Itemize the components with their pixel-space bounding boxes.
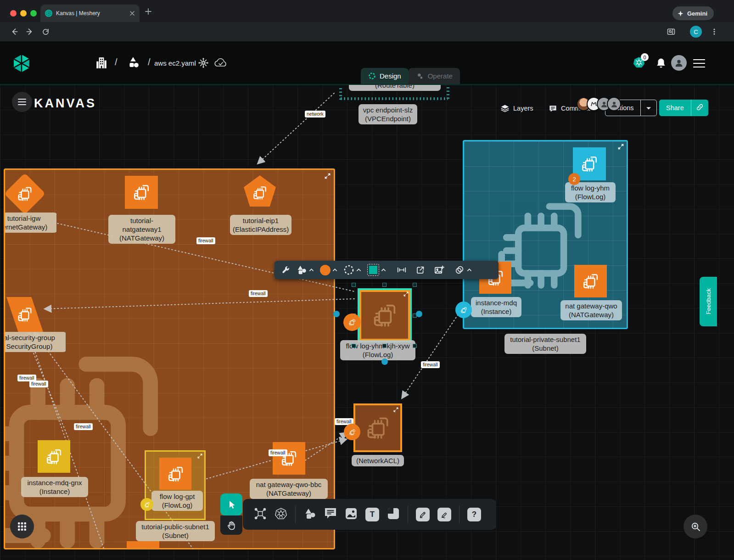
new-tab-button[interactable] xyxy=(145,8,151,15)
collaborator-avatars[interactable] xyxy=(581,97,621,111)
notifications-bell-icon[interactable] xyxy=(656,57,667,69)
add-image-icon[interactable] xyxy=(434,265,444,275)
connection-badge[interactable] xyxy=(140,498,153,511)
edge-connector-dot[interactable] xyxy=(333,311,340,317)
tab-title: Kanvas | Meshery xyxy=(56,10,126,17)
collaborator-avatar[interactable] xyxy=(607,97,621,111)
share-button[interactable]: Share xyxy=(659,100,708,116)
image-tool[interactable] xyxy=(345,507,358,522)
node-instance-mdq-gnx[interactable] xyxy=(38,440,70,473)
text-tool[interactable]: T xyxy=(365,508,379,521)
help-tool[interactable]: ? xyxy=(467,508,481,521)
pan-tool-button[interactable] xyxy=(220,515,242,535)
shape-color-swatch[interactable] xyxy=(367,264,386,276)
kanvas-logo[interactable] xyxy=(12,54,31,73)
open-in-new-icon[interactable] xyxy=(415,265,425,275)
chip-icon xyxy=(370,301,399,330)
back-button[interactable] xyxy=(6,27,22,36)
node-flow-log-yhm-kjh-xyw[interactable] xyxy=(359,290,410,341)
browser-tab[interactable]: Kanvas | Meshery xyxy=(40,5,140,22)
configure-tool-icon[interactable] xyxy=(281,265,290,274)
selection-handle[interactable] xyxy=(352,344,356,348)
resize-icon[interactable] xyxy=(197,454,202,459)
selection-handle[interactable] xyxy=(382,283,387,287)
selection-handle[interactable] xyxy=(413,283,417,287)
extensions-icon[interactable] xyxy=(197,57,209,69)
node-label: flow log-yhm-kjh-xyw(FlowLog) xyxy=(340,340,415,360)
apps-grid-button[interactable] xyxy=(10,515,34,538)
selection-handle[interactable] xyxy=(352,283,356,287)
node-flow-log-gpt[interactable] xyxy=(159,458,191,490)
selection-handle[interactable] xyxy=(382,344,387,348)
window-maximize-button[interactable] xyxy=(30,10,37,17)
shapes-tool[interactable] xyxy=(303,508,316,521)
node-tutorial-natgateway1[interactable] xyxy=(125,176,158,209)
tab-close-icon[interactable] xyxy=(129,11,135,16)
design-canvas[interactable]: (RouteTable) vpc endpoint-slz(VPCEndpoin… xyxy=(0,85,734,560)
border-style-tool[interactable] xyxy=(343,264,361,275)
organization-icon[interactable] xyxy=(95,56,107,69)
selection-handle[interactable] xyxy=(413,344,417,348)
resize-icon[interactable] xyxy=(618,144,624,150)
node-label: tutorial-public-subnet1(Subnet) xyxy=(136,521,215,541)
chevron-up-icon[interactable] xyxy=(356,268,361,272)
swatch-outline xyxy=(367,264,379,276)
copy-link-icon[interactable] xyxy=(691,103,708,112)
color-dot[interactable] xyxy=(320,265,331,275)
tab-design[interactable]: Design xyxy=(361,68,409,84)
layers-button[interactable]: Layers xyxy=(500,101,533,116)
fill-color-swatch[interactable] xyxy=(320,265,337,275)
annotation-tool[interactable] xyxy=(324,507,337,521)
mesh-component-tool[interactable] xyxy=(254,507,267,522)
design-file-name[interactable]: aws ec2.yaml xyxy=(154,59,196,67)
node-network-acl[interactable] xyxy=(353,403,402,452)
window-close-button[interactable] xyxy=(10,10,17,17)
chip-icon xyxy=(16,305,34,324)
kubernetes-tool[interactable] xyxy=(275,507,287,522)
user-avatar[interactable] xyxy=(671,55,687,71)
reload-button[interactable] xyxy=(38,28,53,36)
sticky-note-tool[interactable] xyxy=(387,507,400,522)
mode-toggle: Design Operate xyxy=(361,68,460,84)
gemini-button[interactable]: Gemini xyxy=(672,6,714,20)
actions-dropdown-icon[interactable] xyxy=(641,104,656,112)
chevron-up-icon[interactable] xyxy=(332,268,337,272)
resize-icon[interactable] xyxy=(393,407,398,412)
connection-badge[interactable] xyxy=(344,424,360,440)
highlighter-tool[interactable] xyxy=(437,508,451,521)
select-tool-button[interactable] xyxy=(220,493,242,515)
sidebar-search-icon[interactable] xyxy=(663,27,679,36)
node-flow-log-yhm-kjh-xyw-selection[interactable] xyxy=(358,288,412,342)
node-nat-gateway-qwo-bbc[interactable] xyxy=(273,442,305,475)
edge-connector-dot[interactable] xyxy=(416,311,422,317)
connection-badge[interactable] xyxy=(343,314,361,331)
chevron-up-icon[interactable] xyxy=(309,268,314,272)
pen-tool[interactable] xyxy=(416,508,430,521)
zoom-search-button[interactable] xyxy=(684,515,707,538)
node-partial-bottom[interactable] xyxy=(127,541,159,549)
edge-connector-dot[interactable] xyxy=(381,358,388,365)
browser-menu-icon[interactable] xyxy=(706,28,722,35)
window-minimize-button[interactable] xyxy=(20,10,27,17)
chevron-up-icon[interactable] xyxy=(381,268,386,272)
group-style-tool[interactable] xyxy=(454,265,472,275)
resize-icon[interactable] xyxy=(403,291,409,297)
feedback-tab[interactable]: Feedback xyxy=(700,277,717,326)
resize-icon[interactable] xyxy=(325,173,331,179)
chevron-up-icon[interactable] xyxy=(467,268,472,272)
canvas-menu-button[interactable] xyxy=(12,92,32,112)
profile-avatar[interactable]: C xyxy=(690,26,702,38)
header-menu-icon[interactable] xyxy=(693,59,705,68)
teal-swatch[interactable] xyxy=(369,266,377,274)
connection-badge[interactable] xyxy=(455,302,472,318)
node-nat-gateway-qwo[interactable] xyxy=(574,265,607,297)
edge-label: firewall xyxy=(249,290,268,297)
feedback-label: Feedback xyxy=(705,288,712,314)
tab-operate[interactable]: Operate xyxy=(409,68,460,84)
forward-button[interactable] xyxy=(22,27,38,36)
shapes-tool-icon[interactable] xyxy=(296,265,314,275)
environment-badge[interactable]: 0 xyxy=(633,56,645,71)
cloud-sync-icon[interactable] xyxy=(214,57,228,68)
workspace-icon[interactable] xyxy=(127,56,140,70)
rename-tool-icon[interactable] xyxy=(397,265,407,275)
